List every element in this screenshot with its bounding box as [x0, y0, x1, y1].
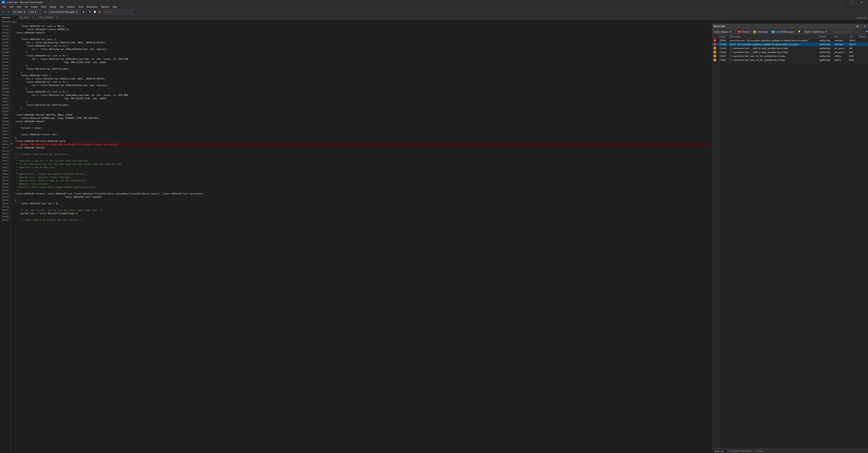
debugger-label: Local Windows Debugger — [49, 11, 75, 13]
col-project[interactable]: Project — [818, 35, 833, 39]
panel-controls: ⊞ ─ ✕ — [856, 25, 866, 28]
warning-count-btn[interactable]: ⚠ 4 Warnings — [752, 30, 769, 34]
error-table-row[interactable]: ✕ E0035 #error directive: "No encryption… — [712, 39, 868, 42]
code-line: ret = "color:#dcdcaa">wc_Sm4GcmSetKey(sm… — [15, 48, 710, 51]
search-input[interactable] — [104, 10, 133, 14]
code-line: "color:#569cd6">int ret = 0; — [15, 202, 710, 205]
row-code: E0035 — [718, 39, 728, 42]
menu-extensions[interactable]: Extensions — [85, 4, 99, 9]
error-table-row[interactable]: ⚠ C4244 '=': conversion from '__int64' t… — [712, 47, 868, 50]
menu-test[interactable]: Test — [58, 4, 65, 9]
row-description: #error directive: "No encryption algorit… — [728, 39, 818, 42]
error-search-btn[interactable]: 🔍 — [866, 30, 868, 33]
tab-user-settings-h-close[interactable]: ✕ — [55, 16, 58, 19]
minimize-button[interactable]: ─ — [836, 0, 846, 4]
close-button[interactable]: ✕ — [857, 0, 866, 4]
menu-tools[interactable]: Tools — [76, 4, 85, 9]
code-content[interactable]: 3958039581395823958339584395853958639587… — [0, 24, 712, 453]
code-line: /* Get new current time as lock may have… — [15, 209, 710, 212]
tab-ssl-asn1-c-close[interactable]: ✕ — [32, 16, 34, 19]
main-layout: 3958039581395823958339584395853958639587… — [0, 24, 868, 453]
code-line: "color:#569cd6">if (sw4 == NULL) — [15, 25, 710, 28]
tab-output[interactable]: Output — [754, 449, 766, 453]
row-description: '=': conversion from 'size_t' to 'int', … — [728, 54, 818, 58]
code-line — [15, 205, 710, 209]
code-line: ret = "color:#dcdcaa">wc_Sm4GcmSetKey(sm… — [15, 84, 710, 87]
intellisense-btn[interactable]: 💡 — [796, 30, 802, 34]
error-badge-icon: ✕ — [738, 30, 741, 33]
tab-internal-c-close[interactable]: ✕ — [12, 16, 16, 19]
menu-debug[interactable]: Debug — [48, 4, 58, 9]
error-table-row[interactable]: ⚠ C4267 '=': conversion from 'size_t' to… — [712, 54, 868, 58]
platform-dropdown[interactable]: x64 ▼ — [29, 10, 41, 14]
build-config-arrow: ▼ — [23, 11, 26, 13]
toolbar-btn2[interactable]: 📋 — [93, 10, 97, 14]
error-table-row[interactable]: ⚠ C4244 '=': conversion from '__int64' t… — [712, 50, 868, 54]
panel-minimize-btn[interactable]: ─ — [859, 25, 863, 28]
menu-git[interactable]: Git — [23, 4, 29, 9]
code-lines[interactable]: "color:#569cd6">if (sw4 == NULL) "color:… — [13, 24, 712, 453]
panel-close-btn[interactable]: ✕ — [863, 25, 866, 28]
debugger-arrow: ▼ — [75, 11, 78, 13]
debugger-dropdown[interactable]: Local Windows Debugger ▼ — [48, 10, 81, 14]
menu-build[interactable]: Build — [40, 4, 48, 9]
panel-float-btn[interactable]: ⊞ — [856, 25, 859, 28]
build-mode-dropdown[interactable]: Build + IntelliSense ▼ — [804, 30, 833, 34]
error-count-btn[interactable]: ✕ 2 Errors — [736, 30, 751, 34]
error-table-row[interactable]: ✕ C1189 #error: "No encryption algorithm… — [712, 42, 868, 47]
tab-user-settings-h-label: user_settings.h — [39, 16, 54, 19]
code-line: "color:#569cd6">return MEMORY_E; — [15, 28, 710, 31]
code-line: } — [15, 64, 710, 67]
line-numbers: 3958039581395823958339584395853958639587… — [0, 24, 11, 453]
error-table-row[interactable]: ⚠ C4267 '=': conversion from 'size_t' to… — [712, 58, 868, 62]
stop-button[interactable]: ■ — [81, 10, 86, 14]
tab-internal-c[interactable]: internal.c ✕ — [0, 15, 18, 20]
menu-edit[interactable]: Edit — [8, 4, 15, 9]
col-description[interactable]: Description — [728, 35, 818, 39]
tab-powershell[interactable]: Developer PowerShell — [726, 449, 754, 453]
warning-badge-icon: ⚠ — [753, 30, 756, 33]
code-line: "color:#569cd6">if (enc) { — [15, 38, 710, 41]
window-title: wolfssl-fips - Microsoft Visual Studio — [6, 1, 42, 3]
col-details[interactable]: Details — [858, 35, 868, 39]
row-line: 5929 — [848, 54, 858, 58]
maximize-button[interactable]: □ — [847, 0, 856, 4]
col-file[interactable]: File — [833, 35, 848, 39]
col-code[interactable]: Code — [718, 35, 728, 39]
error-table[interactable]: Code Description Project File Line Detai… — [712, 35, 868, 449]
row-code: C4267 — [718, 58, 728, 62]
code-line: { — [15, 199, 710, 202]
toolbar-btn1[interactable]: ⚙ — [88, 10, 92, 14]
tab-error-list[interactable]: Error List — [712, 449, 726, 453]
error-search-input[interactable] — [833, 30, 865, 34]
col-line[interactable]: Line — [848, 35, 858, 39]
code-line: "color:#dcdcaa">XFREE(sm4, heap, DYNAMIC… — [15, 117, 710, 120]
build-config-dropdown[interactable]: DLL Rele ▼ — [12, 10, 29, 14]
row-details — [858, 54, 868, 58]
error-panel-title: Error List — [714, 25, 725, 28]
tab-user-settings-h[interactable]: user_settings.h ✕ — [37, 15, 61, 20]
menu-file[interactable]: File — [1, 4, 8, 9]
warning-row-icon: ⚠ — [713, 51, 716, 54]
row-details — [858, 47, 868, 50]
toolbar-btn3[interactable]: 🔖 — [97, 10, 102, 14]
row-icon-cell: ⚠ — [712, 47, 718, 50]
menu-help[interactable]: Help — [111, 4, 119, 9]
tab-ssl-asn1-c[interactable]: ssl_asn1.c ✕ — [18, 15, 37, 20]
message-badge-icon: i — [772, 30, 774, 33]
menu-analyze[interactable]: Analyze — [65, 4, 76, 9]
menu-window[interactable]: Window — [99, 4, 111, 9]
menu-bar: File Edit View Git Project Build Debug T… — [0, 4, 868, 9]
menu-project[interactable]: Project — [29, 4, 39, 9]
code-line: tag, SM4_BLOCK_SIZE, aad, aadSz — [15, 61, 710, 64]
toolbar-redo[interactable]: ↪ — [6, 10, 10, 14]
menu-view[interactable]: View — [15, 4, 23, 9]
filter-dropdown[interactable]: Entire Solution ▼ — [713, 30, 736, 34]
message-count-btn[interactable]: i 0 of 108 Messages — [770, 30, 796, 34]
code-line: tag, SM4_BLOCK_SIZE, aad, aadSz — [15, 97, 710, 100]
build-mode-arrow: ▼ — [825, 31, 827, 33]
toolbar-undo[interactable]: ↩ — [1, 10, 5, 14]
play-button[interactable]: ▶ — [43, 10, 48, 14]
build-mode-label: Build + IntelliSense — [805, 31, 824, 33]
warning-row-icon: ⚠ — [713, 47, 716, 50]
